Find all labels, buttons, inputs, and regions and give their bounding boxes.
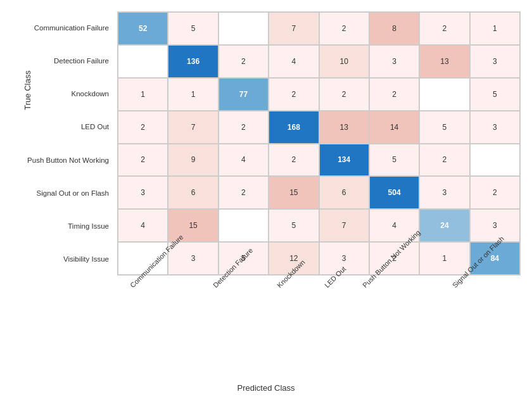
matrix-cell: 52 xyxy=(118,12,168,45)
matrix-cell: 7 xyxy=(269,12,319,45)
matrix-cell: 3 xyxy=(470,45,520,78)
matrix-cell: 3 xyxy=(419,176,469,209)
matrix-cell: 77 xyxy=(218,78,269,111)
x-axis-label: Predicted Class xyxy=(237,383,294,393)
matrix-cell: 8 xyxy=(369,12,419,45)
matrix-cell: 2 xyxy=(218,176,269,209)
matrix-cell: 168 xyxy=(269,111,319,144)
matrix-cell: 9 xyxy=(168,144,218,177)
matrix-cell: 5 xyxy=(369,144,419,177)
matrix-cell: 2 xyxy=(319,78,369,111)
matrix-cell: 2 xyxy=(118,111,168,144)
matrix-cell: 2 xyxy=(419,144,469,177)
matrix-cell: 2 xyxy=(218,45,269,78)
col-label: Timing Issue xyxy=(520,279,532,380)
matrix-cell: 5 xyxy=(470,78,520,111)
matrix-cell: 2 xyxy=(269,78,319,111)
row-label: Timing Issue xyxy=(3,210,114,243)
matrix-cell: 24 xyxy=(419,209,469,242)
col-label: Signal Out or on Flash xyxy=(440,279,520,380)
matrix-cell: 2 xyxy=(470,176,520,209)
row-label: LED Out xyxy=(3,110,114,143)
matrix-cell: 5 xyxy=(269,209,319,242)
matrix-cell: 3 xyxy=(369,45,419,78)
matrix-cell: 1 xyxy=(118,78,168,111)
matrix-cell: 4 xyxy=(218,144,269,177)
matrix-cell: 4 xyxy=(118,209,168,242)
matrix-cell xyxy=(118,45,168,78)
matrix-cell: 2 xyxy=(218,111,269,144)
row-label: Knockdown xyxy=(3,77,114,110)
matrix-cell: 2 xyxy=(269,144,319,177)
row-label: Detection Failure xyxy=(3,44,114,77)
matrix-cell: 3 xyxy=(470,209,520,242)
matrix-cell: 4 xyxy=(269,45,319,78)
matrix-cell: 1 xyxy=(168,78,218,111)
matrix-cell: 5 xyxy=(168,12,218,45)
col-label: Knockdown xyxy=(264,279,312,380)
matrix-cell: 15 xyxy=(269,176,319,209)
matrix-cell: 3 xyxy=(470,111,520,144)
matrix-cell: 2 xyxy=(419,12,469,45)
matrix-cell: 504 xyxy=(369,176,419,209)
matrix-cell: 1 xyxy=(470,12,520,45)
matrix-cell: 1 xyxy=(419,242,469,275)
col-label: LED Out xyxy=(312,279,350,380)
row-label: Signal Out or on Flash xyxy=(3,177,114,210)
matrix-cell: 2 xyxy=(118,144,168,177)
matrix-cell xyxy=(218,209,269,242)
col-label: Push Button Not Working xyxy=(350,279,439,380)
row-label: Visibility Issue xyxy=(3,243,114,276)
matrix-cell: 13 xyxy=(419,45,469,78)
matrix-cell: 7 xyxy=(319,209,369,242)
col-label: Detection Failure xyxy=(200,279,264,380)
matrix-cell: 13 xyxy=(319,111,369,144)
matrix-cell: 6 xyxy=(319,176,369,209)
matrix-cell: 2 xyxy=(319,12,369,45)
col-label: Communication Failure xyxy=(117,279,200,380)
matrix-cell: 5 xyxy=(419,111,469,144)
matrix-cell: 10 xyxy=(319,45,369,78)
row-label: Push Button Not Working xyxy=(3,144,114,177)
matrix-cell: 3 xyxy=(118,176,168,209)
row-label: Communication Failure xyxy=(3,11,114,44)
matrix-cell: 14 xyxy=(369,111,419,144)
matrix-cell: 7 xyxy=(168,111,218,144)
matrix-cell: 136 xyxy=(168,45,218,78)
matrix-cell: 2 xyxy=(369,78,419,111)
matrix-cell xyxy=(470,144,520,177)
matrix-cell: 134 xyxy=(319,144,369,177)
matrix-cell xyxy=(419,78,469,111)
matrix-cell: 6 xyxy=(168,176,218,209)
matrix-cell xyxy=(218,12,269,45)
